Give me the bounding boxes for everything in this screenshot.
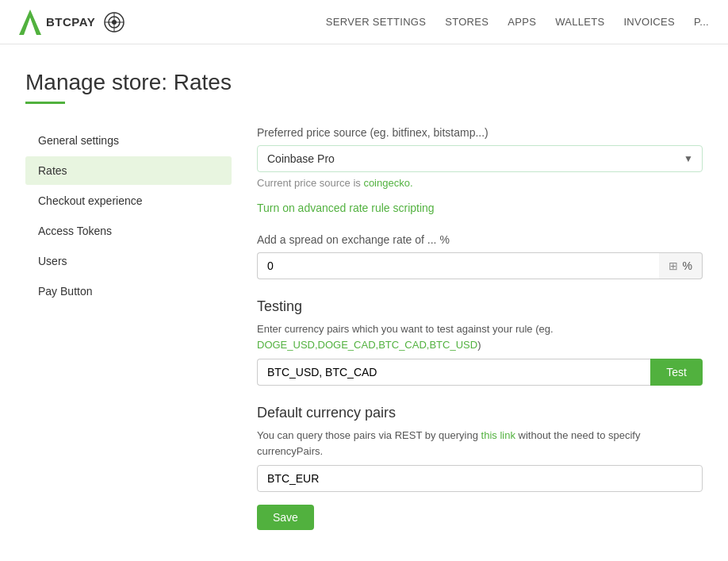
default-pairs-desc: You can query those pairs via REST by qu…: [257, 428, 703, 459]
nav-server-settings[interactable]: SERVER SETTINGS: [326, 16, 426, 28]
page-container: Manage store: Rates General settings Rat…: [0, 44, 728, 555]
test-input-group: Test: [257, 359, 703, 386]
nav-stores[interactable]: STORES: [445, 16, 489, 28]
coingecko-link[interactable]: coingecko.: [363, 177, 412, 189]
advanced-rate-link[interactable]: Turn on advanced rate rule scripting: [257, 202, 435, 214]
title-underline: [25, 102, 65, 104]
sidebar: General settings Rates Checkout experien…: [25, 126, 232, 530]
default-pairs-title: Default currency pairs: [257, 405, 703, 421]
testing-title: Testing: [257, 298, 703, 315]
price-source-select[interactable]: Coinbase Pro Bitfinex Bitstamp Kraken Co…: [257, 145, 703, 172]
sidebar-item-pay-button[interactable]: Pay Button: [25, 277, 232, 305]
price-source-wrapper: Coinbase Pro Bitfinex Bitstamp Kraken Co…: [257, 145, 703, 172]
save-button[interactable]: Save: [257, 505, 314, 530]
price-source-label: Preferred price source (eg. bitfinex, bi…: [257, 126, 703, 139]
sidebar-item-rates[interactable]: Rates: [25, 156, 232, 185]
sidebar-item-access-tokens[interactable]: Access Tokens: [25, 217, 232, 245]
percent-sign: %: [683, 259, 692, 272]
nav-more[interactable]: P...: [694, 16, 709, 28]
default-pairs-input[interactable]: [257, 465, 703, 492]
spread-input-group: ⊞ %: [257, 252, 703, 279]
logo-text: BTCPAY: [46, 15, 95, 29]
nav-wallets[interactable]: WALLETS: [555, 16, 604, 28]
test-button[interactable]: Test: [650, 359, 703, 386]
spread-input[interactable]: [257, 252, 659, 279]
sidebar-item-checkout-experience[interactable]: Checkout experience: [25, 186, 232, 215]
nav-apps[interactable]: APPS: [508, 16, 536, 28]
tor-icon: [103, 11, 125, 33]
content-layout: General settings Rates Checkout experien…: [25, 126, 703, 530]
testing-example-link[interactable]: DOGE_USD,DOGE_CAD,BTC_CAD,BTC_USD: [257, 339, 477, 351]
testing-input[interactable]: [257, 359, 650, 386]
logo: BTCPAY: [19, 10, 125, 35]
main-content: Preferred price source (eg. bitfinex, bi…: [257, 126, 703, 530]
logo-icon: [19, 10, 41, 35]
page-title: Manage store: Rates: [25, 70, 703, 95]
nav-invoices[interactable]: INVOICES: [623, 16, 675, 28]
current-source-text: Current price source is coingecko.: [257, 177, 703, 189]
sidebar-item-users[interactable]: Users: [25, 247, 232, 275]
spread-label: Add a spread on exchange rate of ... %: [257, 233, 703, 246]
this-link[interactable]: this link: [481, 429, 515, 441]
sidebar-item-general-settings[interactable]: General settings: [25, 126, 232, 155]
testing-desc: Enter currency pairs which you want to t…: [257, 321, 703, 352]
main-nav: SERVER SETTINGS STORES APPS WALLETS INVO…: [326, 16, 709, 28]
spread-addon: ⊞ %: [659, 252, 703, 279]
header: BTCPAY SERVER SETTINGS STORES APPS WALLE…: [0, 0, 728, 44]
spinner-icon: ⊞: [669, 259, 678, 272]
